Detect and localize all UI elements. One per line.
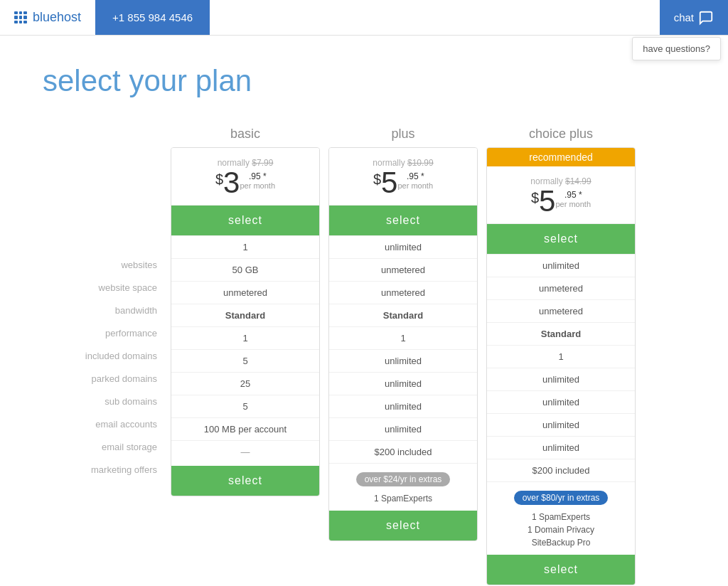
plan-plus-sub-domains: unlimited xyxy=(329,372,477,395)
label-sub-domains: sub domains xyxy=(43,390,167,412)
plan-choice-plus-extras-badge: over $80/yr in extras xyxy=(514,491,609,505)
plan-basic-old-price: $7.99 xyxy=(252,158,273,168)
plan-plus-websites: unlimited xyxy=(329,235,477,258)
plan-basic-websites: 1 xyxy=(171,235,319,258)
plan-basic-email-accounts: 5 xyxy=(171,395,319,417)
plan-choice-plus-select-top[interactable]: select xyxy=(487,224,635,254)
plan-plus-website-space: unmetered xyxy=(329,258,477,281)
plan-choice-plus-price-decimal: .95 * xyxy=(555,191,591,199)
plan-plus-extras: over $24/yr in extras 1 SpamExperts xyxy=(329,463,477,511)
plan-basic-price-decimal: .95 * xyxy=(240,172,275,181)
plan-basic-included-domains: 1 xyxy=(171,326,319,349)
header: bluehost +1 855 984 4546 chat have quest… xyxy=(0,0,728,36)
chat-label: chat xyxy=(674,11,694,23)
plan-choice-plus-per-month: per month xyxy=(555,201,591,208)
plan-choice-plus-bandwidth: unmetered xyxy=(487,299,635,322)
label-email-accounts: email accounts xyxy=(43,412,167,435)
chat-icon xyxy=(698,10,714,26)
plan-choice-plus-pricing: normally $14.99 $ 5 .95 * per month xyxy=(487,166,635,224)
chat-button[interactable]: chat xyxy=(674,10,714,26)
plan-plus-select-bottom[interactable]: select xyxy=(329,511,477,540)
plan-choice-plus-parked-domains: unlimited xyxy=(487,368,635,390)
plan-plus-spam-experts: 1 SpamExperts xyxy=(336,492,470,505)
logo-grid-icon xyxy=(14,11,27,24)
plan-basic-parked-domains: 5 xyxy=(171,349,319,372)
label-performance: performance xyxy=(43,321,167,344)
plan-choice-plus-extras: over $80/yr in extras 1 SpamExperts 1 Do… xyxy=(487,481,635,555)
plan-basic-name: basic xyxy=(171,127,320,147)
plan-basic-marketing: — xyxy=(171,440,319,463)
plan-plus-marketing: $200 included xyxy=(329,440,477,463)
label-parked-domains: parked domains xyxy=(43,367,167,390)
plan-choice-plus-recommended-badge: recommended xyxy=(487,148,635,166)
plan-plus-email-storage: unlimited xyxy=(329,417,477,440)
plan-plus-included-domains: 1 xyxy=(329,326,477,349)
plan-plus-dollar: $ xyxy=(373,172,381,186)
plan-basic: basic normally $7.99 $ 3 .95 * per month xyxy=(171,127,320,585)
main-content: select your plan websites website space … xyxy=(0,36,728,586)
plan-choice-plus-old-price: $14.99 xyxy=(565,176,592,186)
plan-choice-plus: choice plus recommended normally $14.99 … xyxy=(486,127,636,585)
plan-choice-plus-name: choice plus xyxy=(486,127,636,147)
plan-basic-sub-domains: 25 xyxy=(171,372,319,395)
plans-row: basic normally $7.99 $ 3 .95 * per month xyxy=(171,127,636,585)
plan-basic-bandwidth: unmetered xyxy=(171,281,319,304)
plan-choice-plus-website-space: unmetered xyxy=(487,277,635,299)
plan-plus-bandwidth: unmetered xyxy=(329,281,477,304)
plan-choice-plus-marketing: $200 included xyxy=(487,459,635,481)
label-email-storage: email storage xyxy=(43,435,167,458)
plan-plus-old-price: $10.99 xyxy=(407,158,434,168)
plan-choice-plus-normally: normally $14.99 xyxy=(494,176,628,186)
pricing-section: websites website space bandwidth perform… xyxy=(43,127,685,585)
page-title: select your plan xyxy=(43,64,685,98)
plan-plus-normally: normally $10.99 xyxy=(336,158,470,168)
plan-basic-price-whole: 3 xyxy=(223,168,240,198)
plan-choice-plus-performance: Standard xyxy=(487,322,635,345)
plan-choice-plus-websites: unlimited xyxy=(487,254,635,277)
plan-basic-per-month: per month xyxy=(240,182,275,190)
plan-choice-plus-spam-experts: 1 SpamExperts xyxy=(494,511,628,523)
label-websites: websites xyxy=(43,253,167,276)
plan-basic-dollar: $ xyxy=(215,172,223,186)
plan-choice-plus-email-accounts: unlimited xyxy=(487,413,635,436)
plan-choice-plus-sub-domains: unlimited xyxy=(487,390,635,413)
plan-choice-plus-dollar: $ xyxy=(531,191,539,205)
plan-plus-parked-domains: unlimited xyxy=(329,349,477,372)
plan-basic-normally: normally $7.99 xyxy=(178,158,312,168)
plan-plus-price-whole: 5 xyxy=(381,168,397,198)
header-right: chat xyxy=(660,0,728,35)
plan-basic-email-storage: 100 MB per account xyxy=(171,417,319,440)
plan-basic-select-bottom[interactable]: select xyxy=(171,466,319,496)
plan-choice-plus-sitebackup: SiteBackup Pro xyxy=(494,536,628,549)
plan-basic-website-space: 50 GB xyxy=(171,258,319,281)
plan-plus-price-decimal: .95 * xyxy=(397,172,433,181)
plan-basic-pricing: normally $7.99 $ 3 .95 * per month xyxy=(171,148,319,206)
plan-plus: plus normally $10.99 $ 5 .95 * per month xyxy=(328,127,478,585)
plan-plus-select-top[interactable]: select xyxy=(329,206,477,235)
logo-area: bluehost xyxy=(0,0,95,35)
have-questions-tooltip: have questions? xyxy=(632,37,721,60)
plan-plus-extras-badge: over $24/yr in extras xyxy=(356,472,451,486)
feature-labels-column: websites website space bandwidth perform… xyxy=(43,127,167,481)
label-website-space: website space xyxy=(43,276,167,299)
label-included-domains: included domains xyxy=(43,344,167,367)
plan-choice-plus-price-whole: 5 xyxy=(539,186,555,216)
plan-plus-per-month: per month xyxy=(397,182,433,190)
plan-basic-select-top[interactable]: select xyxy=(171,206,319,235)
plan-choice-plus-email-storage: unlimited xyxy=(487,436,635,459)
plan-choice-plus-select-bottom[interactable]: select xyxy=(487,555,635,585)
label-bandwidth: bandwidth xyxy=(43,299,167,321)
plan-plus-email-accounts: unlimited xyxy=(329,395,477,417)
plan-choice-plus-included-domains: 1 xyxy=(487,345,635,368)
plan-choice-plus-domain-privacy: 1 Domain Privacy xyxy=(494,523,628,536)
plan-plus-name: plus xyxy=(328,127,478,147)
plan-plus-performance: Standard xyxy=(329,304,477,326)
label-marketing-offers: marketing offers xyxy=(43,458,167,481)
plan-plus-pricing: normally $10.99 $ 5 .95 * per month xyxy=(329,148,477,206)
logo-text: bluehost xyxy=(33,10,81,25)
phone-number[interactable]: +1 855 984 4546 xyxy=(95,0,210,35)
plan-basic-performance: Standard xyxy=(171,304,319,326)
